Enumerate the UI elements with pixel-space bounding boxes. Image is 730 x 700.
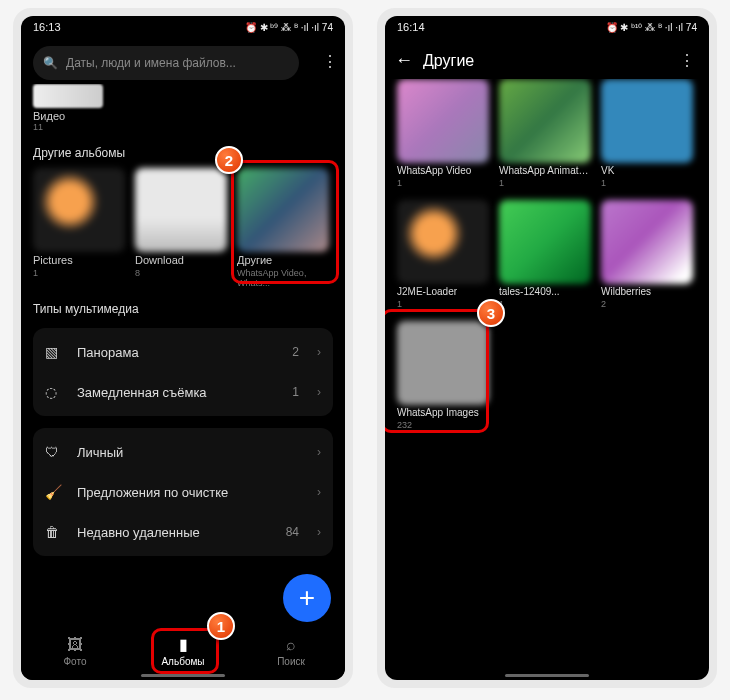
album-label: Wildberries [601,286,693,297]
panorama-icon: ▧ [45,344,63,360]
album-thumb [237,168,329,252]
panorama-label: Панорама [77,345,278,360]
page-title: Другие [423,52,675,70]
album-thumb [499,200,591,284]
album-label: WhatsApp Images [397,407,489,418]
album-label: WhatsApp Animate... [499,165,591,176]
album-count: 1 [499,178,591,188]
album-count: 1 [33,268,125,278]
album-others[interactable]: Другие WhatsApp Video, Whats... [237,168,329,288]
search-placeholder: Даты, люди и имена файлов... [66,56,236,70]
menu-icon[interactable]: ⋮ [675,51,699,70]
album-thumb [397,200,489,284]
album-label: VK [601,165,693,176]
album-vk[interactable]: VK 1 [601,79,693,188]
album-whatsapp-images[interactable]: WhatsApp Images 232 [397,321,489,430]
topbar: 🔍 Даты, люди и имена файлов... ⋮ [21,38,345,84]
albums-grid: WhatsApp Video 1 WhatsApp Animate... 1 V… [397,79,697,430]
menu-icon[interactable]: ⋮ [315,52,345,71]
private-label: Личный [77,445,303,460]
album-thumb [33,168,125,252]
chevron-right-icon: › [317,525,321,539]
nav-label: Альбомы [161,656,204,667]
utilities-block: 🛡 Личный › 🧹 Предложения по очистке › 🗑 … [33,428,333,556]
album-j2me[interactable]: J2ME-Loader 1 [397,200,489,309]
section-media-types: Типы мультимедиа [33,302,333,316]
album-pictures[interactable]: Pictures 1 [33,168,125,288]
album-sub: WhatsApp Video, Whats... [237,268,329,288]
panorama-item[interactable]: ▧ Панорама 2 › [33,332,333,372]
album-count: 8 [135,268,227,278]
nav-search[interactable]: ⌕ Поиск [256,636,326,667]
status-icons: ⏰ ✱ ᵇ⁹ ⁂ ᴮ ·ıl ·ıl 74 [245,22,333,33]
screen-right: 16:14 ⏰ ✱ ᵇ¹⁰ ⁂ ᴮ ·ıl ·ıl 74 ← Другие ⋮ … [385,16,709,680]
album-whatsapp-video[interactable]: WhatsApp Video 1 [397,79,489,188]
chevron-right-icon: › [317,485,321,499]
album-thumb [397,79,489,163]
chevron-right-icon: › [317,385,321,399]
fab-add-button[interactable]: + [283,574,331,622]
album-label: tales-12409... [499,286,591,297]
photos-icon: 🖼 [67,636,83,654]
nav-photos[interactable]: 🖼 Фото [40,636,110,667]
trash-label: Недавно удаленные [77,525,272,540]
album-label: Pictures [33,254,125,266]
album-count: 1 [499,299,591,309]
phone-left: 16:13 ⏰ ✱ ᵇ⁹ ⁂ ᴮ ·ıl ·ıl 74 🔍 Даты, люди… [13,8,353,688]
album-count: 1 [601,178,693,188]
statusbar: 16:13 ⏰ ✱ ᵇ⁹ ⁂ ᴮ ·ıl ·ıl 74 [21,16,345,38]
content-right: WhatsApp Video 1 WhatsApp Animate... 1 V… [385,79,709,680]
album-count: 2 [601,299,693,309]
search-input[interactable]: 🔍 Даты, люди и имена файлов... [33,46,299,80]
other-albums-row: Pictures 1 Download 8 Другие WhatsApp Vi… [33,168,333,288]
nav-label: Фото [64,656,87,667]
album-thumb [397,321,489,405]
home-indicator [505,674,589,677]
header: ← Другие ⋮ [385,38,709,79]
bottom-nav: 🖼 Фото ▮ Альбомы ⌕ Поиск [21,626,345,680]
status-icons: ⏰ ✱ ᵇ¹⁰ ⁂ ᴮ ·ıl ·ıl 74 [606,22,697,33]
trash-count: 84 [286,525,299,539]
compass-icon: ⌕ [286,636,296,654]
chevron-right-icon: › [317,345,321,359]
slomo-icon: ◌ [45,384,63,400]
album-tales[interactable]: tales-12409... 1 [499,200,591,309]
nav-label: Поиск [277,656,305,667]
broom-icon: 🧹 [45,484,63,500]
album-wildberries[interactable]: Wildberries 2 [601,200,693,309]
album-count: 1 [397,299,489,309]
media-types-block: ▧ Панорама 2 › ◌ Замедленная съёмка 1 › [33,328,333,416]
slomo-item[interactable]: ◌ Замедленная съёмка 1 › [33,372,333,412]
back-button[interactable]: ← [395,50,423,71]
panorama-count: 2 [292,345,299,359]
nav-albums[interactable]: ▮ Альбомы [148,635,218,667]
album-count: 232 [397,420,489,430]
album-download[interactable]: Download 8 [135,168,227,288]
album-label: Другие [237,254,329,266]
album-whatsapp-animate[interactable]: WhatsApp Animate... 1 [499,79,591,188]
album-thumb [601,200,693,284]
slomo-label: Замедленная съёмка [77,385,278,400]
trash-item[interactable]: 🗑 Недавно удаленные 84 › [33,512,333,552]
search-icon: 🔍 [43,56,58,70]
cleanup-item[interactable]: 🧹 Предложения по очистке › [33,472,333,512]
video-count: 11 [33,122,333,132]
video-thumb[interactable] [33,84,103,108]
shield-icon: 🛡 [45,444,63,460]
album-thumb [601,79,693,163]
album-label: J2ME-Loader [397,286,489,297]
chevron-right-icon: › [317,445,321,459]
album-label: Download [135,254,227,266]
albums-icon: ▮ [179,635,188,654]
cleanup-label: Предложения по очистке [77,485,303,500]
album-thumb [499,79,591,163]
status-time: 16:14 [397,21,425,33]
content-left: Видео 11 Другие альбомы Pictures 1 Downl… [21,84,345,626]
screen-left: 16:13 ⏰ ✱ ᵇ⁹ ⁂ ᴮ ·ıl ·ıl 74 🔍 Даты, люди… [21,16,345,680]
video-label: Видео [33,110,333,122]
private-item[interactable]: 🛡 Личный › [33,432,333,472]
statusbar: 16:14 ⏰ ✱ ᵇ¹⁰ ⁂ ᴮ ·ıl ·ıl 74 [385,16,709,38]
home-indicator [141,674,225,677]
status-time: 16:13 [33,21,61,33]
phone-right: 16:14 ⏰ ✱ ᵇ¹⁰ ⁂ ᴮ ·ıl ·ıl 74 ← Другие ⋮ … [377,8,717,688]
